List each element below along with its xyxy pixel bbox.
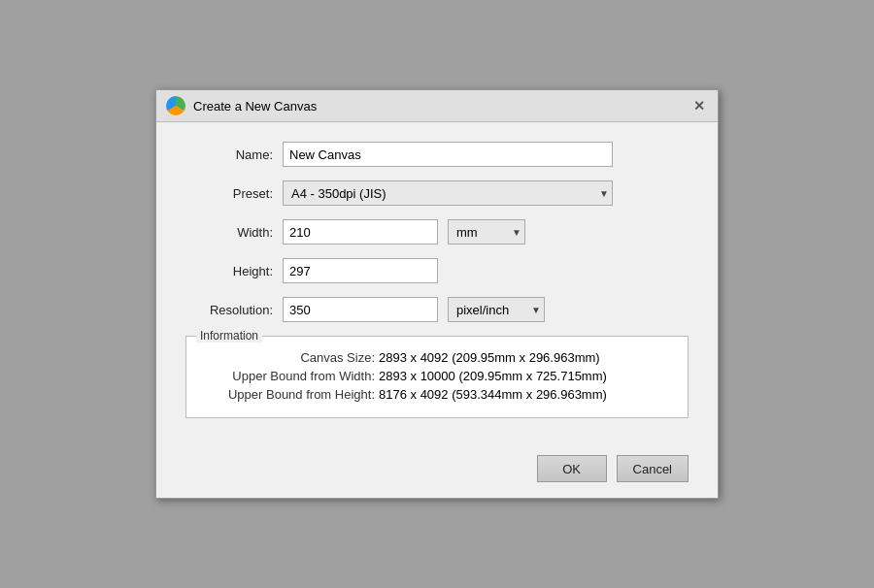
resolution-row: Resolution: pixel/inch pixel/cm ▼ [185, 297, 689, 322]
upper-width-label: Upper Bound from Width: [200, 369, 375, 383]
upper-height-row: Upper Bound from Height: 8176 x 4092 (59… [200, 387, 674, 402]
ok-button[interactable]: OK [537, 455, 607, 482]
upper-height-label: Upper Bound from Height: [200, 387, 375, 402]
resolution-unit-wrapper: pixel/inch pixel/cm ▼ [448, 297, 545, 322]
upper-height-value: 8176 x 4092 (593.344mm x 296.963mm) [379, 387, 607, 402]
unit-select[interactable]: mm cm inch px [448, 219, 525, 245]
resolution-unit-select[interactable]: pixel/inch pixel/cm [448, 297, 545, 322]
preset-row: Preset: A4 - 350dpi (JIS) A4 - 72dpi A4 … [185, 180, 689, 206]
width-row: Width: mm cm inch px ▼ [185, 219, 689, 245]
height-row: Height: [185, 258, 689, 283]
dialog-body: Name: Preset: A4 - 350dpi (JIS) A4 - 72d… [156, 122, 718, 449]
canvas-size-value: 2893 x 4092 (209.95mm x 296.963mm) [379, 350, 600, 365]
info-section: Information Canvas Size: 2893 x 4092 (20… [185, 336, 689, 418]
unit-select-wrapper: mm cm inch px ▼ [448, 219, 525, 245]
width-label: Width: [185, 225, 273, 240]
name-row: Name: [185, 142, 689, 167]
preset-select[interactable]: A4 - 350dpi (JIS) A4 - 72dpi A4 - 150dpi… [283, 180, 613, 206]
preset-select-wrapper: A4 - 350dpi (JIS) A4 - 72dpi A4 - 150dpi… [283, 180, 613, 206]
create-canvas-dialog: Create a New Canvas ✕ Name: Preset: A4 -… [155, 89, 719, 499]
resolution-label: Resolution: [185, 303, 273, 317]
height-input[interactable] [283, 258, 438, 283]
resolution-input[interactable] [283, 297, 438, 322]
dialog-footer: OK Cancel [156, 449, 718, 498]
width-input[interactable] [283, 219, 438, 245]
cancel-button[interactable]: Cancel [617, 455, 689, 482]
info-legend: Information [196, 329, 262, 343]
close-button[interactable]: ✕ [690, 97, 708, 114]
canvas-size-row: Canvas Size: 2893 x 4092 (209.95mm x 296… [200, 350, 674, 365]
canvas-size-label: Canvas Size: [200, 350, 375, 365]
upper-width-value: 2893 x 10000 (209.95mm x 725.715mm) [379, 369, 607, 383]
name-input[interactable] [283, 142, 613, 167]
dialog-title: Create a New Canvas [193, 99, 317, 114]
title-bar-left: Create a New Canvas [166, 96, 317, 115]
info-table: Canvas Size: 2893 x 4092 (209.95mm x 296… [200, 350, 674, 402]
app-icon [166, 96, 185, 115]
title-bar: Create a New Canvas ✕ [156, 90, 718, 122]
upper-width-row: Upper Bound from Width: 2893 x 10000 (20… [200, 369, 674, 383]
height-label: Height: [185, 264, 273, 278]
preset-label: Preset: [185, 186, 273, 201]
name-label: Name: [185, 147, 273, 162]
